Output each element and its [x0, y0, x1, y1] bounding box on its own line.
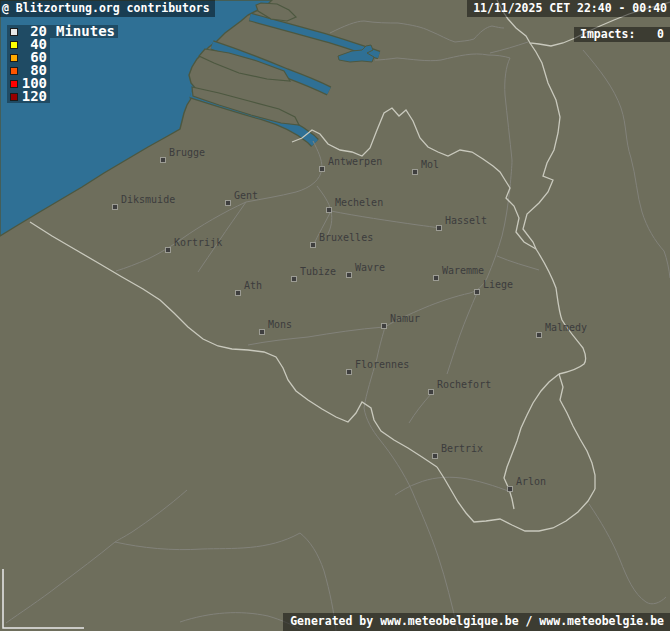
city-label-diksmuide: Diksmuide — [121, 195, 175, 205]
city-label-malmedy: Malmedy — [545, 323, 587, 333]
city-marker-wavre — [346, 272, 352, 278]
impacts-label: Impacts: — [580, 28, 635, 41]
city-marker-ath — [235, 290, 241, 296]
legend-swatch-icon — [10, 80, 18, 88]
city-label-namur: Namur — [390, 314, 420, 324]
city-label-bertrix: Bertrix — [441, 444, 483, 454]
city-label-gent: Gent — [234, 191, 258, 201]
city-marker-liege — [474, 289, 480, 295]
city-marker-brugge — [160, 157, 166, 163]
legend-minutes-value: 120 — [20, 90, 47, 103]
city-marker-tubize — [291, 276, 297, 282]
city-marker-mol — [412, 169, 418, 175]
footer-credit: Generated by www.meteobelgique.be / www.… — [283, 613, 670, 631]
city-label-hasselt: Hasselt — [445, 216, 487, 226]
impacts-counter: Impacts: 0 — [574, 27, 670, 42]
city-label-wavre: Wavre — [355, 263, 385, 273]
city-marker-malmedy — [536, 332, 542, 338]
city-label-brugge: Brugge — [169, 148, 205, 158]
legend-row-120: 120 — [7, 90, 50, 103]
city-marker-florennes — [346, 369, 352, 375]
city-marker-bruxelles — [310, 242, 316, 248]
legend-swatch-icon — [10, 41, 18, 49]
city-marker-bertrix — [432, 453, 438, 459]
legend-swatch-icon — [10, 93, 18, 101]
city-label-liege: Liege — [483, 280, 513, 290]
timestamp-text: 11/11/2025 CET 22:40 - 00:40 — [467, 0, 670, 17]
city-marker-rochefort — [428, 389, 434, 395]
city-marker-arlon — [507, 486, 513, 492]
city-label-ath: Ath — [244, 281, 262, 291]
city-marker-diksmuide — [112, 204, 118, 210]
city-label-arlon: Arlon — [516, 477, 546, 487]
city-label-florennes: Florennes — [355, 360, 409, 370]
city-marker-waremme — [433, 275, 439, 281]
city-label-mechelen: Mechelen — [335, 198, 383, 208]
legend-row-20: 20Minutes — [7, 25, 118, 38]
legend-swatch-icon — [10, 28, 18, 36]
city-label-waremme: Waremme — [442, 266, 484, 276]
city-label-bruxelles: Bruxelles — [319, 233, 373, 243]
city-label-tubize: Tubize — [300, 267, 336, 277]
city-label-antwerpen: Antwerpen — [328, 157, 382, 167]
city-marker-hasselt — [436, 225, 442, 231]
attribution-text: @ Blitzortung.org contributors — [0, 0, 215, 17]
city-marker-gent — [225, 200, 231, 206]
legend-swatch-icon — [10, 54, 18, 62]
city-marker-mechelen — [326, 207, 332, 213]
city-label-rochefort: Rochefort — [437, 380, 491, 390]
city-marker-antwerpen — [319, 166, 325, 172]
city-label-kortrijk: Kortrijk — [174, 238, 222, 248]
legend-unit-label: Minutes — [56, 25, 115, 38]
city-label-mons: Mons — [268, 320, 292, 330]
lightning-map-app: BruggeDiksmuideGentKortrijkAntwerpenMolM… — [0, 0, 670, 631]
city-marker-kortrijk — [165, 247, 171, 253]
legend: 20Minutes406080100120 — [7, 25, 118, 103]
city-marker-mons — [259, 329, 265, 335]
city-label-mol: Mol — [421, 160, 439, 170]
impacts-value: 0 — [657, 28, 664, 41]
legend-swatch-icon — [10, 67, 18, 75]
city-marker-namur — [381, 323, 387, 329]
